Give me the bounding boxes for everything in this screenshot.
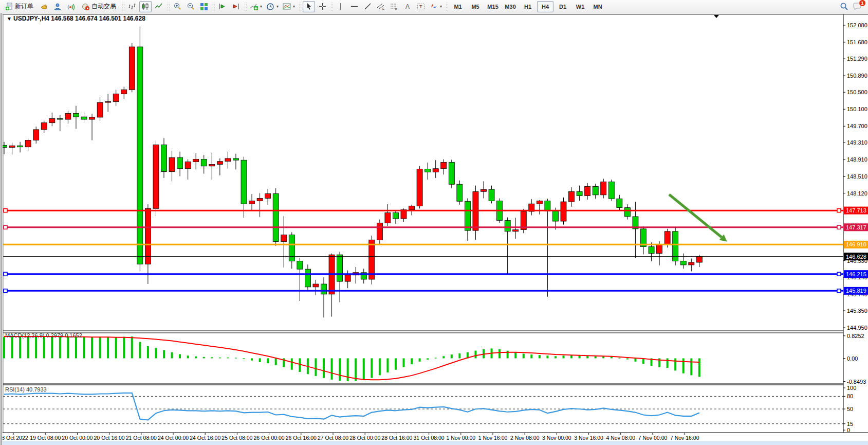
svg-text:151.290: 151.290: [847, 56, 867, 62]
toolbar-grip: [212, 2, 215, 12]
svg-text:147.317: 147.317: [846, 224, 866, 230]
chart-canvas[interactable]: ▼USDJPY-,H4 146.568 146.674 146.501 146.…: [0, 13, 868, 445]
svg-text:7 Nov 00:00: 7 Nov 00:00: [638, 435, 668, 441]
text-label-icon: T: [417, 3, 425, 10]
chevron-down-icon: ▾: [440, 4, 442, 9]
fibonacci-icon: F: [390, 3, 398, 10]
templates-button[interactable]: ▾: [281, 1, 297, 12]
chart-shift-button[interactable]: [230, 1, 242, 12]
svg-text:148.120: 148.120: [847, 190, 867, 197]
timeframe-m30-button[interactable]: M30: [502, 1, 519, 12]
toolbar-grip: [330, 2, 333, 12]
rsi-label: RSI(14) 40.7933: [5, 386, 47, 393]
text-button[interactable]: A: [401, 1, 414, 12]
signal-icon: [67, 3, 75, 10]
timeframe-h1-button[interactable]: H1: [520, 1, 536, 12]
chevron-down-icon: ▾: [276, 4, 279, 9]
svg-text:31 Oct 08:00: 31 Oct 08:00: [414, 435, 445, 441]
chat-button[interactable]: 1: [851, 1, 863, 12]
chart-candles-button[interactable]: [139, 1, 152, 12]
svg-text:26 Oct 16:00: 26 Oct 16:00: [286, 435, 317, 441]
svg-text:19 Oct 08:00: 19 Oct 08:00: [30, 435, 61, 441]
periods-button[interactable]: ▾: [265, 1, 280, 12]
svg-text:15: 15: [847, 421, 853, 427]
autoscroll-button[interactable]: [216, 1, 229, 12]
svg-text:USDJPY-,H4 146.568 146.674 14: USDJPY-,H4 146.568 146.674 146.501 146.6…: [13, 15, 145, 22]
template-icon: [283, 3, 291, 10]
svg-text:80: 80: [847, 393, 853, 399]
zoom-out-icon: [187, 3, 195, 11]
timeframe-w1-button[interactable]: W1: [572, 1, 588, 12]
svg-text:0.00: 0.00: [847, 355, 858, 362]
svg-text:145.350: 145.350: [847, 308, 867, 314]
svg-text:F: F: [395, 8, 397, 10]
new-order-button[interactable]: 新订单: [2, 1, 37, 12]
svg-text:-0.8493: -0.8493: [847, 379, 866, 385]
vertical-line-button[interactable]: [335, 1, 347, 12]
svg-text:24 Oct 16:00: 24 Oct 16:00: [190, 435, 220, 441]
equidistant-channel-icon: E: [377, 3, 385, 10]
community-button[interactable]: [51, 1, 64, 12]
tile-windows-button[interactable]: [198, 1, 210, 12]
search-icon: [840, 2, 848, 11]
add-indicator-icon: [250, 3, 258, 10]
new-order-icon: [6, 3, 13, 10]
svg-text:1 Nov 16:00: 1 Nov 16:00: [478, 435, 508, 441]
svg-text:20 Oct 16:00: 20 Oct 16:00: [94, 435, 125, 441]
svg-text:7 Nov 16:00: 7 Nov 16:00: [670, 435, 699, 441]
window-left-edge: [0, 13, 3, 445]
toolbar-grip: [298, 2, 301, 12]
text-icon: A: [404, 3, 411, 10]
candles-chart-icon: [141, 3, 150, 10]
chevron-down-icon: ▾: [260, 4, 262, 9]
vertical-line-icon: [337, 3, 344, 10]
clock-icon: [266, 3, 274, 11]
autotrade-button[interactable]: 自动交易: [78, 1, 120, 12]
cursor-icon: [305, 3, 313, 10]
chart-line-button[interactable]: [153, 1, 165, 12]
indicators-button[interactable]: ▾: [248, 1, 264, 12]
macd-label: MACD(12,26,9) 0.2979 0.1652: [5, 332, 82, 339]
tile-windows-icon: [200, 3, 208, 10]
timeframe-m15-button[interactable]: M15: [485, 1, 501, 12]
svg-text:20 Oct 00:00: 20 Oct 00:00: [62, 435, 93, 441]
svg-text:144.950: 144.950: [847, 325, 867, 331]
toolbar-grip: [121, 2, 124, 12]
channel-button[interactable]: E: [375, 1, 387, 12]
svg-text:E: E: [382, 7, 384, 10]
timeframe-m1-button[interactable]: M1: [450, 1, 466, 12]
svg-text:26 Oct 00:00: 26 Oct 00:00: [254, 435, 285, 441]
crosshair-button[interactable]: [316, 1, 328, 12]
svg-text:100: 100: [847, 385, 856, 391]
timeframe-mn-button[interactable]: MN: [589, 1, 606, 12]
svg-text:145.819: 145.819: [846, 288, 866, 294]
timeframe-m5-button[interactable]: M5: [467, 1, 484, 12]
news-button[interactable]: [38, 1, 50, 12]
svg-text:4 Nov 08:00: 4 Nov 08:00: [606, 435, 635, 441]
text-label-button[interactable]: T: [415, 1, 427, 12]
signals-button[interactable]: [65, 1, 77, 12]
svg-text:3 Nov 16:00: 3 Nov 16:00: [574, 435, 603, 441]
timeframe-d1-button[interactable]: D1: [555, 1, 571, 12]
arrows-icon: [430, 3, 438, 10]
zoom-out-button[interactable]: [184, 1, 197, 12]
autotrade-icon: [82, 3, 90, 10]
chart-bars-button[interactable]: [126, 1, 138, 12]
timeframe-h4-button[interactable]: H4: [537, 1, 553, 12]
timeframe-group: M1M5M15M30H1H4D1W1MN: [449, 1, 606, 12]
crosshair-icon: [319, 3, 326, 10]
line-chart-icon: [155, 3, 163, 10]
zoom-in-button[interactable]: [171, 1, 183, 12]
cursor-button[interactable]: [303, 1, 315, 12]
fibonacci-button[interactable]: F: [388, 1, 400, 12]
horizontal-line-icon: [350, 3, 358, 10]
search-button[interactable]: [838, 1, 850, 12]
horizontal-line-button[interactable]: [348, 1, 360, 12]
arrows-button[interactable]: ▾: [428, 1, 444, 12]
svg-text:146.628: 146.628: [846, 254, 866, 260]
svg-text:28 Oct 00:00: 28 Oct 00:00: [349, 435, 380, 441]
main-toolbar: 新订单 自动交易: [0, 0, 868, 13]
svg-text:18 Oct 2022: 18 Oct 2022: [0, 435, 28, 441]
trendline-button[interactable]: [361, 1, 374, 12]
svg-text:152.080: 152.080: [847, 22, 867, 28]
